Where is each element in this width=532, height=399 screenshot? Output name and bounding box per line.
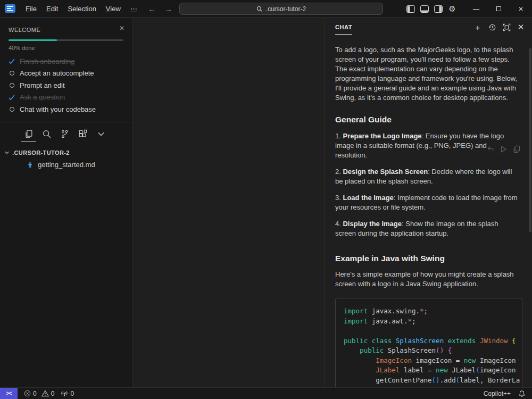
menu-more-icon[interactable]: ⋯ bbox=[126, 3, 142, 15]
root-folder-label: .CURSOR-TUTOR-2 bbox=[12, 149, 70, 156]
ports-indicator[interactable]: 0 bbox=[61, 390, 74, 397]
menu-view[interactable]: View bbox=[101, 3, 126, 15]
new-chat-icon[interactable]: + bbox=[473, 22, 483, 32]
menu-edit[interactable]: Edit bbox=[41, 3, 63, 15]
menu-bar: File Edit Selection View ⋯ bbox=[21, 3, 142, 15]
checklist-item[interactable]: Finish onboarding bbox=[0, 55, 132, 68]
copilot-status[interactable]: Copilot++ bbox=[484, 390, 511, 397]
search-text: .cursor-tutor-2 bbox=[266, 5, 306, 13]
code-block: import javax.swing.*;import java.awt.*; … bbox=[335, 298, 522, 387]
settings-gear-icon[interactable]: ⚙ bbox=[447, 0, 458, 18]
menu-selection[interactable]: Selection bbox=[63, 3, 101, 15]
checklist-item-label: Chat with your codebase bbox=[20, 105, 96, 113]
status-bar: >< 0 0 0 Copilot++ bbox=[0, 387, 532, 399]
checklist-item-label: Accept an autocomplete bbox=[20, 69, 94, 77]
guide-heading: General Guide bbox=[335, 114, 519, 124]
close-chat-icon[interactable]: ✕ bbox=[516, 22, 526, 32]
warning-icon bbox=[41, 390, 49, 397]
checklist-item-label: Finish onboarding bbox=[20, 57, 74, 65]
file-item[interactable]: getting_started.md bbox=[0, 159, 132, 170]
progress-label: 40% done bbox=[9, 45, 35, 51]
toggle-sidebar-left-icon[interactable] bbox=[405, 0, 416, 18]
source-control-icon[interactable] bbox=[59, 126, 71, 142]
checklist-item[interactable]: Chat with your codebase bbox=[0, 103, 132, 115]
error-icon bbox=[24, 390, 31, 397]
progress-bar bbox=[9, 39, 123, 41]
error-count: 0 bbox=[33, 390, 37, 397]
remote-icon: >< bbox=[6, 390, 12, 396]
chat-panel: CHAT + ✕ To add a logo, such as the Majo… bbox=[324, 18, 532, 387]
search-input[interactable]: .cursor-tutor-2 bbox=[179, 3, 383, 15]
sidebar: WELCOME ✕ 40% done Finish onboarding Acc… bbox=[0, 18, 132, 387]
chat-scrollbar[interactable] bbox=[529, 48, 531, 232]
guide-step: 4. Display the Image: Show the image on … bbox=[335, 219, 519, 238]
activity-bar bbox=[0, 122, 132, 146]
welcome-panel: WELCOME ✕ 40% done Finish onboarding Acc… bbox=[0, 18, 132, 122]
example-heading: Example in Java with Swing bbox=[335, 253, 519, 263]
back-arrow-icon[interactable]: ← bbox=[148, 0, 156, 18]
circle-icon bbox=[7, 105, 16, 113]
toggle-panel-bottom-icon[interactable] bbox=[419, 0, 430, 18]
app-logo-icon bbox=[5, 4, 15, 13]
maximize-button[interactable] bbox=[487, 0, 510, 18]
guide-step: 2. Design the Splash Screen: Decide wher… bbox=[335, 167, 519, 186]
circle-icon bbox=[7, 81, 16, 89]
chat-intro-paragraph: To add a logo, such as the MajorGeeks lo… bbox=[335, 45, 519, 103]
checklist-item[interactable]: Prompt an edit bbox=[0, 79, 132, 92]
checklist-item[interactable]: Ask a question bbox=[0, 92, 132, 104]
extensions-icon[interactable] bbox=[77, 126, 89, 142]
message-actions bbox=[487, 145, 520, 153]
ports-count: 0 bbox=[70, 390, 74, 397]
markdown-file-icon bbox=[27, 161, 34, 168]
check-icon bbox=[7, 93, 16, 102]
chat-header: CHAT + ✕ bbox=[325, 18, 532, 38]
copy-icon[interactable] bbox=[512, 145, 520, 153]
guide-step: 3. Load the Image: Implement code to loa… bbox=[335, 193, 519, 212]
close-window-button[interactable]: ✕ bbox=[510, 0, 532, 18]
forward-arrow-icon[interactable]: → bbox=[164, 0, 172, 18]
explorer-files-icon[interactable] bbox=[23, 126, 35, 142]
example-intro-paragraph: Here's a simple example of how you might… bbox=[335, 270, 519, 289]
search-icon bbox=[256, 6, 263, 12]
minimize-button[interactable]: — bbox=[465, 0, 487, 18]
toggle-sidebar-right-icon[interactable] bbox=[433, 0, 444, 18]
checklist-item-label: Prompt an edit bbox=[20, 81, 65, 89]
welcome-close-icon[interactable]: ✕ bbox=[119, 24, 124, 32]
chat-message: To add a logo, such as the MajorGeeks lo… bbox=[325, 38, 532, 387]
file-explorer: .CURSOR-TUTOR-2 getting_started.md bbox=[0, 146, 132, 170]
file-name-label: getting_started.md bbox=[38, 161, 95, 169]
onboarding-checklist: Finish onboarding Accept an autocomplete… bbox=[0, 55, 132, 115]
editor-pane[interactable] bbox=[132, 18, 324, 387]
check-icon bbox=[7, 57, 16, 65]
explorer-root-folder[interactable]: .CURSOR-TUTOR-2 bbox=[0, 147, 132, 159]
remote-indicator[interactable]: >< bbox=[0, 388, 18, 399]
expand-chat-icon[interactable] bbox=[502, 22, 511, 32]
search-sidebar-icon[interactable] bbox=[41, 126, 53, 142]
chevron-down-icon bbox=[4, 149, 10, 156]
radio-tower-icon bbox=[61, 390, 68, 397]
chevron-down-icon[interactable] bbox=[95, 126, 107, 142]
history-icon[interactable] bbox=[487, 22, 497, 32]
checklist-item-label: Ask a question bbox=[20, 93, 65, 101]
problems-indicator[interactable]: 0 0 bbox=[24, 390, 54, 397]
tab-chat[interactable]: CHAT bbox=[335, 24, 352, 35]
warning-count: 0 bbox=[51, 390, 55, 397]
circle-icon bbox=[7, 69, 16, 78]
checklist-item[interactable]: Accept an autocomplete bbox=[0, 68, 132, 80]
title-bar: File Edit Selection View ⋯ ← → .cursor-t… bbox=[0, 0, 532, 18]
undo-icon[interactable] bbox=[487, 145, 495, 153]
menu-file[interactable]: File bbox=[21, 3, 41, 15]
play-icon[interactable] bbox=[500, 145, 508, 153]
welcome-title: WELCOME bbox=[9, 27, 40, 33]
bell-icon[interactable] bbox=[518, 390, 526, 397]
